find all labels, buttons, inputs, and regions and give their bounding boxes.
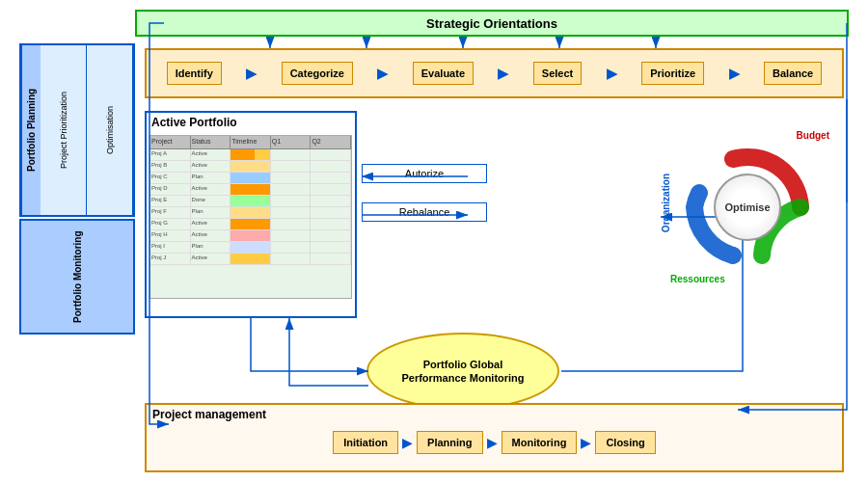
sidebar-portfolio-monitoring-group: Portfolio Monitoring [19,219,135,335]
cell-4-1: Proj D [150,184,191,195]
cell-6-4 [271,207,312,218]
sidebar-portfolio-planning-group: Portfolio Planning Project Prioritizatio… [19,43,135,217]
arrow-2: ▶ [377,66,388,81]
arrow-3: ▶ [498,66,508,81]
cell-1-4 [271,149,312,160]
strategic-orientations-label: Strategic Orientations [426,16,557,31]
step-prioritize: Prioritize [641,62,704,85]
resources-label: Ressources [670,274,725,284]
cell-6-5 [311,207,351,218]
cell-3-2: Plan [191,173,231,183]
col-3: Timeline [231,136,271,148]
row-9: Proj I Plan [150,242,351,254]
cell-5-4 [271,196,312,206]
sidebar: Portfolio Planning Project Prioritizatio… [19,43,135,415]
auth-rebal-area: Autorize Rebalance [362,164,487,222]
cell-4-3 [231,184,271,195]
project-steps-row: Initiation ▶ Planning ▶ Monitoring ▶ Clo… [147,424,842,461]
main-diagram: Strategic Orientations Portfolio Plannin… [19,10,849,472]
performance-label: Portfolio GlobalPerformance Monitoring [401,358,524,386]
cell-9-5 [311,242,351,253]
col-2: Status [191,136,231,148]
process-row: Identify ▶ Categorize ▶ Evaluate ▶ Selec… [145,48,844,98]
cell-9-3 [231,242,271,253]
cell-8-5 [311,230,351,241]
arrow-4: ▶ [607,66,617,81]
cell-9-4 [271,242,312,253]
project-mgmt-box: Project management Initiation ▶ Planning… [145,403,844,472]
spreadsheet-header: Project Status Timeline Q1 Q2 [150,136,351,149]
sidebar-inner-labels: Project Prioritization Optimisation [41,45,133,215]
cell-3-5 [311,173,351,183]
arrow-1: ▶ [246,66,257,81]
row-7: Proj G Active [150,219,351,230]
row-6: Proj F Plan [150,207,351,219]
cell-5-1: Proj E [150,196,191,206]
arrow-5: ▶ [729,66,740,81]
col-1: Project [150,136,191,148]
step-categorize: Categorize [282,62,353,85]
row-2: Proj B Active [150,161,351,173]
active-portfolio-box: Active Portfolio Project Status Timeline… [145,111,357,318]
step-identify: Identify [167,62,222,85]
step-balance: Balance [764,62,822,85]
step-monitoring: Monitoring [502,431,578,454]
cell-5-5 [311,196,351,206]
optimise-center-circle: Optimise [714,174,781,241]
cell-1-1: Proj A [150,149,191,160]
active-portfolio-title: Active Portfolio [147,113,355,132]
row-1: Proj A Active [150,149,351,161]
cell-8-3 [231,230,271,241]
cell-10-3 [231,254,271,264]
row-4: Proj D Active [150,184,351,196]
cell-5-2: Done [191,196,231,206]
cell-10-1: Proj J [150,254,191,264]
cell-7-4 [271,219,312,229]
row-10: Proj J Active [150,254,351,265]
proj-arrow-1: ▶ [398,435,417,450]
optimise-center-label: Optimise [724,201,770,213]
cell-4-2: Active [191,184,231,195]
cell-10-5 [311,254,351,264]
optimise-area: Optimise Budget Ressources Organization [651,111,844,304]
budget-label: Budget [797,130,829,141]
step-select: Select [533,62,582,85]
col-5: Q2 [311,136,351,148]
sidebar-portfolio-planning-label: Portfolio Planning [21,45,41,215]
row-8: Proj H Active [150,230,351,242]
step-evaluate: Evaluate [413,62,474,85]
step-closing: Closing [595,431,655,454]
step-initiation: Initiation [333,431,398,454]
autorize-label: Autorize [362,164,487,183]
cell-8-1: Proj H [150,230,191,241]
cell-2-4 [271,161,312,172]
cell-3-1: Proj C [150,173,191,183]
cell-10-2: Active [191,254,231,264]
row-3: Proj C Plan [150,173,351,184]
cell-10-4 [271,254,312,264]
strategic-orientations-box: Strategic Orientations [135,10,849,37]
cell-1-5 [311,149,351,160]
org-label: Organization [661,174,671,232]
cell-2-5 [311,161,351,172]
cell-4-5 [311,184,351,195]
performance-ellipse: Portfolio GlobalPerformance Monitoring [366,333,559,410]
project-mgmt-title: Project management [147,405,842,424]
cell-6-1: Proj F [150,207,191,218]
cell-3-3 [231,173,271,183]
rebalance-label: Rebalance [362,202,487,222]
sidebar-portfolio-monitoring-label: Portfolio Monitoring [21,221,133,333]
sidebar-project-prioritization-label: Project Prioritization [41,45,87,215]
cell-1-2: Active [191,149,231,160]
optimise-container: Optimise Budget Ressources Organization [661,120,834,294]
cell-7-2: Active [191,219,231,229]
row-5: Proj E Done [150,196,351,207]
cell-8-4 [271,230,312,241]
step-planning: Planning [417,431,482,454]
cell-6-2: Plan [191,207,231,218]
cell-9-2: Plan [191,242,231,253]
cell-7-1: Proj G [150,219,191,229]
spreadsheet-simulation: Project Status Timeline Q1 Q2 Proj A Act… [149,135,352,299]
cell-1-3 [231,149,271,160]
cell-5-3 [231,196,271,206]
